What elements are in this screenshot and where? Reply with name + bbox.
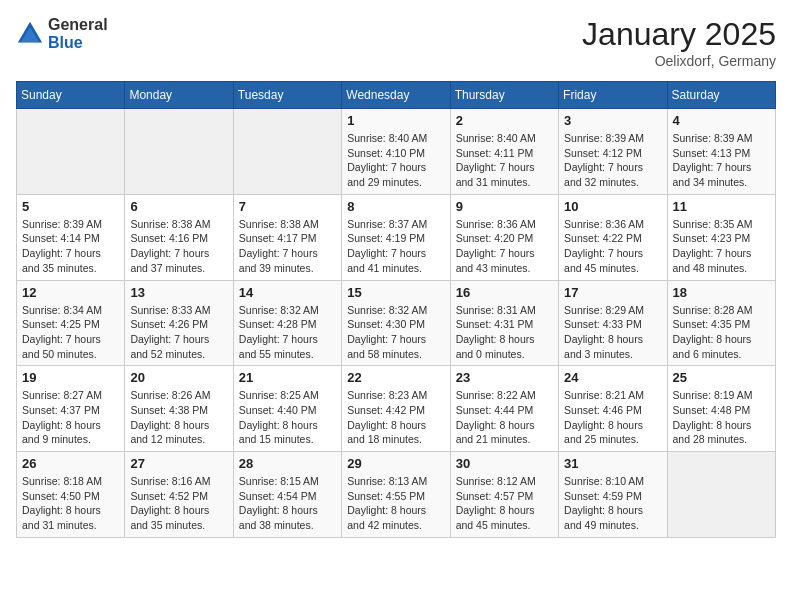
weekday-row: SundayMondayTuesdayWednesdayThursdayFrid… [17,82,776,109]
weekday-header-friday: Friday [559,82,667,109]
day-number: 26 [22,456,119,471]
calendar-cell [125,109,233,195]
day-number: 9 [456,199,553,214]
day-detail: Sunrise: 8:40 AM Sunset: 4:10 PM Dayligh… [347,131,444,190]
day-detail: Sunrise: 8:39 AM Sunset: 4:14 PM Dayligh… [22,217,119,276]
calendar-cell [17,109,125,195]
calendar-cell: 7Sunrise: 8:38 AM Sunset: 4:17 PM Daylig… [233,194,341,280]
weekday-header-saturday: Saturday [667,82,775,109]
day-number: 23 [456,370,553,385]
day-number: 17 [564,285,661,300]
calendar-cell: 30Sunrise: 8:12 AM Sunset: 4:57 PM Dayli… [450,452,558,538]
calendar-cell: 18Sunrise: 8:28 AM Sunset: 4:35 PM Dayli… [667,280,775,366]
calendar-body: 1Sunrise: 8:40 AM Sunset: 4:10 PM Daylig… [17,109,776,538]
day-number: 11 [673,199,770,214]
day-detail: Sunrise: 8:32 AM Sunset: 4:28 PM Dayligh… [239,303,336,362]
weekday-header-thursday: Thursday [450,82,558,109]
day-number: 5 [22,199,119,214]
calendar-cell: 13Sunrise: 8:33 AM Sunset: 4:26 PM Dayli… [125,280,233,366]
calendar-cell: 14Sunrise: 8:32 AM Sunset: 4:28 PM Dayli… [233,280,341,366]
calendar-cell: 20Sunrise: 8:26 AM Sunset: 4:38 PM Dayli… [125,366,233,452]
day-detail: Sunrise: 8:31 AM Sunset: 4:31 PM Dayligh… [456,303,553,362]
calendar-cell: 5Sunrise: 8:39 AM Sunset: 4:14 PM Daylig… [17,194,125,280]
calendar-cell: 24Sunrise: 8:21 AM Sunset: 4:46 PM Dayli… [559,366,667,452]
day-detail: Sunrise: 8:36 AM Sunset: 4:20 PM Dayligh… [456,217,553,276]
day-detail: Sunrise: 8:27 AM Sunset: 4:37 PM Dayligh… [22,388,119,447]
day-number: 16 [456,285,553,300]
logo: General Blue [16,16,108,51]
day-number: 6 [130,199,227,214]
calendar-week-1: 1Sunrise: 8:40 AM Sunset: 4:10 PM Daylig… [17,109,776,195]
day-detail: Sunrise: 8:36 AM Sunset: 4:22 PM Dayligh… [564,217,661,276]
calendar-cell [233,109,341,195]
calendar-week-3: 12Sunrise: 8:34 AM Sunset: 4:25 PM Dayli… [17,280,776,366]
calendar-table: SundayMondayTuesdayWednesdayThursdayFrid… [16,81,776,538]
day-detail: Sunrise: 8:21 AM Sunset: 4:46 PM Dayligh… [564,388,661,447]
day-number: 8 [347,199,444,214]
day-detail: Sunrise: 8:19 AM Sunset: 4:48 PM Dayligh… [673,388,770,447]
calendar-cell: 12Sunrise: 8:34 AM Sunset: 4:25 PM Dayli… [17,280,125,366]
calendar-cell: 26Sunrise: 8:18 AM Sunset: 4:50 PM Dayli… [17,452,125,538]
calendar-week-5: 26Sunrise: 8:18 AM Sunset: 4:50 PM Dayli… [17,452,776,538]
day-detail: Sunrise: 8:38 AM Sunset: 4:17 PM Dayligh… [239,217,336,276]
calendar-cell: 16Sunrise: 8:31 AM Sunset: 4:31 PM Dayli… [450,280,558,366]
weekday-header-monday: Monday [125,82,233,109]
day-detail: Sunrise: 8:39 AM Sunset: 4:12 PM Dayligh… [564,131,661,190]
day-detail: Sunrise: 8:13 AM Sunset: 4:55 PM Dayligh… [347,474,444,533]
calendar-cell: 11Sunrise: 8:35 AM Sunset: 4:23 PM Dayli… [667,194,775,280]
calendar-cell: 22Sunrise: 8:23 AM Sunset: 4:42 PM Dayli… [342,366,450,452]
weekday-header-sunday: Sunday [17,82,125,109]
day-number: 7 [239,199,336,214]
calendar-cell: 25Sunrise: 8:19 AM Sunset: 4:48 PM Dayli… [667,366,775,452]
location: Oelixdorf, Germany [582,53,776,69]
calendar-cell: 2Sunrise: 8:40 AM Sunset: 4:11 PM Daylig… [450,109,558,195]
day-number: 15 [347,285,444,300]
logo-general-text: General [48,16,108,34]
day-number: 31 [564,456,661,471]
day-number: 10 [564,199,661,214]
day-number: 18 [673,285,770,300]
day-number: 25 [673,370,770,385]
day-detail: Sunrise: 8:38 AM Sunset: 4:16 PM Dayligh… [130,217,227,276]
calendar-header: SundayMondayTuesdayWednesdayThursdayFrid… [17,82,776,109]
calendar-cell: 1Sunrise: 8:40 AM Sunset: 4:10 PM Daylig… [342,109,450,195]
calendar-cell: 9Sunrise: 8:36 AM Sunset: 4:20 PM Daylig… [450,194,558,280]
day-detail: Sunrise: 8:10 AM Sunset: 4:59 PM Dayligh… [564,474,661,533]
day-number: 13 [130,285,227,300]
day-detail: Sunrise: 8:40 AM Sunset: 4:11 PM Dayligh… [456,131,553,190]
calendar-cell: 28Sunrise: 8:15 AM Sunset: 4:54 PM Dayli… [233,452,341,538]
day-detail: Sunrise: 8:18 AM Sunset: 4:50 PM Dayligh… [22,474,119,533]
day-detail: Sunrise: 8:23 AM Sunset: 4:42 PM Dayligh… [347,388,444,447]
calendar-cell: 19Sunrise: 8:27 AM Sunset: 4:37 PM Dayli… [17,366,125,452]
day-number: 24 [564,370,661,385]
day-detail: Sunrise: 8:25 AM Sunset: 4:40 PM Dayligh… [239,388,336,447]
day-number: 22 [347,370,444,385]
calendar-cell: 29Sunrise: 8:13 AM Sunset: 4:55 PM Dayli… [342,452,450,538]
day-detail: Sunrise: 8:34 AM Sunset: 4:25 PM Dayligh… [22,303,119,362]
calendar-cell: 21Sunrise: 8:25 AM Sunset: 4:40 PM Dayli… [233,366,341,452]
day-detail: Sunrise: 8:28 AM Sunset: 4:35 PM Dayligh… [673,303,770,362]
day-detail: Sunrise: 8:33 AM Sunset: 4:26 PM Dayligh… [130,303,227,362]
calendar-cell: 17Sunrise: 8:29 AM Sunset: 4:33 PM Dayli… [559,280,667,366]
calendar-cell: 23Sunrise: 8:22 AM Sunset: 4:44 PM Dayli… [450,366,558,452]
day-number: 4 [673,113,770,128]
calendar-week-2: 5Sunrise: 8:39 AM Sunset: 4:14 PM Daylig… [17,194,776,280]
logo-blue-text: Blue [48,34,108,52]
day-number: 27 [130,456,227,471]
day-number: 29 [347,456,444,471]
title-block: January 2025 Oelixdorf, Germany [582,16,776,69]
calendar-week-4: 19Sunrise: 8:27 AM Sunset: 4:37 PM Dayli… [17,366,776,452]
day-detail: Sunrise: 8:39 AM Sunset: 4:13 PM Dayligh… [673,131,770,190]
day-detail: Sunrise: 8:32 AM Sunset: 4:30 PM Dayligh… [347,303,444,362]
calendar-cell: 4Sunrise: 8:39 AM Sunset: 4:13 PM Daylig… [667,109,775,195]
logo-icon [16,20,44,48]
day-number: 20 [130,370,227,385]
day-detail: Sunrise: 8:22 AM Sunset: 4:44 PM Dayligh… [456,388,553,447]
day-number: 14 [239,285,336,300]
day-number: 28 [239,456,336,471]
calendar-cell [667,452,775,538]
day-detail: Sunrise: 8:37 AM Sunset: 4:19 PM Dayligh… [347,217,444,276]
month-title: January 2025 [582,16,776,53]
day-detail: Sunrise: 8:29 AM Sunset: 4:33 PM Dayligh… [564,303,661,362]
day-number: 1 [347,113,444,128]
